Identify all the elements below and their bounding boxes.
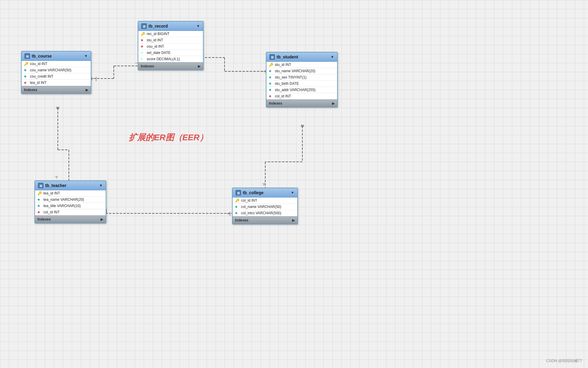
field-text-stu-birth: stu_birth DATE xyxy=(275,82,299,86)
table-tb-teacher[interactable]: ▦ tb_teacher ▼ 🔑 tea_id INT ◆ tea_name V… xyxy=(34,180,106,224)
fk-icon-col-id-tea: ◆ xyxy=(37,210,42,214)
table-field-cou-name: ◆ cou_name VARCHAR(50) xyxy=(22,67,91,73)
table-header-tb-student: ▦ tb_student ▼ xyxy=(266,52,337,62)
table-expand-tb-student[interactable]: ▼ xyxy=(331,55,334,59)
pk-icon-stu-id: 🔑 xyxy=(269,63,273,67)
fk-icon-stu-sex: ◆ xyxy=(269,75,273,79)
field-text-cou-name: cou_name VARCHAR(50) xyxy=(30,68,72,72)
svg-text:▿: ▿ xyxy=(55,174,58,180)
table-tb-record[interactable]: ▦ tb_record ▼ 🔑 rec_id BIGINT ◆ stu_id I… xyxy=(138,21,204,70)
fk-icon-tea-name: ◆ xyxy=(37,197,42,202)
indexes-expand-tb-college[interactable]: ▶ xyxy=(292,218,295,222)
table-header-tb-teacher: ▦ tb_teacher ▼ xyxy=(35,181,106,190)
pk-icon-tea-id: 🔑 xyxy=(37,191,42,195)
field-text-tea-name: tea_name VARCHAR(20) xyxy=(43,197,84,202)
table-icon-tb-college: ▦ xyxy=(236,190,241,195)
field-icon-score: ◇ xyxy=(141,57,145,61)
table-indexes-tb-record[interactable]: Indexes ▶ xyxy=(138,62,203,70)
table-expand-tb-college[interactable]: ▼ xyxy=(291,191,294,195)
fk-icon-cou-name: ◆ xyxy=(24,68,28,72)
indexes-expand-tb-teacher[interactable]: ▶ xyxy=(101,217,103,221)
fk-icon-tea-id: ◆ xyxy=(24,81,28,85)
table-field-cou-credit: ◆ cou_credit INT xyxy=(22,73,91,80)
table-header-tb-course: ▦ tb_course ▼ xyxy=(22,52,91,61)
table-icon-tb-student: ▦ xyxy=(269,54,275,60)
field-text-col-id-pk: col_id INT xyxy=(241,198,257,203)
svg-text:▿: ▿ xyxy=(263,182,265,187)
fk-icon-col-name: ◆ xyxy=(235,205,239,209)
fk-icon-col-intro: ◆ xyxy=(235,211,239,215)
table-field-cou-id-pk: 🔑 cou_id INT xyxy=(22,61,91,67)
indexes-label-tb-student: Indexes xyxy=(269,101,282,105)
table-tb-college[interactable]: ▦ tb_college ▼ 🔑 col_id INT ◆ col_name V… xyxy=(232,188,298,224)
fk-icon-stu-addr: ◆ xyxy=(269,88,273,92)
field-text-tea-id-pk: tea_id INT xyxy=(43,191,60,195)
table-name-tb-course: tb_course xyxy=(32,54,52,58)
field-text-col-name: col_name VARCHAR(50) xyxy=(241,205,281,209)
fk-icon-stu-id: ◆ xyxy=(141,38,145,42)
fk-icon-stu-name: ◆ xyxy=(269,69,273,73)
table-header-tb-college: ▦ tb_college ▼ xyxy=(233,188,297,197)
table-field-tea-name: ◆ tea_name VARCHAR(20) xyxy=(35,197,106,203)
fk-icon-col-id-stu: ◆ xyxy=(269,94,273,98)
diagram-label: 扩展的ER图（EER） xyxy=(129,132,208,143)
fk-icon-stu-birth: ◆ xyxy=(269,82,273,86)
indexes-expand-tb-student[interactable]: ▶ xyxy=(332,101,335,105)
table-field-tea-title: ◆ tea_title VARCHAR(10) xyxy=(35,203,106,209)
table-field-col-intro: ◆ col_intro VARCHAR(500) xyxy=(233,210,297,216)
table-field-col-id-tea: ◆ col_id INT xyxy=(35,209,106,215)
field-text-col-id-tea: col_id INT xyxy=(43,210,60,214)
field-text-stu-name: stu_name VARCHAR(20) xyxy=(275,69,315,73)
field-text-sel-date: sel_date DATE xyxy=(147,51,171,55)
table-field-tea-id-pk: 🔑 tea_id INT xyxy=(35,190,106,197)
indexes-label-tb-college: Indexes xyxy=(235,218,248,222)
fk-icon-cou-credit: ◆ xyxy=(24,74,28,79)
table-field-tea-id: ◆ tea_id INT xyxy=(22,80,91,86)
table-indexes-tb-college[interactable]: Indexes ▶ xyxy=(233,216,297,224)
table-name-tb-teacher: tb_teacher xyxy=(45,183,66,188)
indexes-label-tb-course: Indexes xyxy=(24,88,37,92)
pk-icon-rec-id: 🔑 xyxy=(141,32,145,36)
field-text-col-intro: col_intro VARCHAR(500) xyxy=(241,211,281,215)
indexes-label-tb-record: Indexes xyxy=(141,64,154,68)
field-text-stu-id: stu_id INT xyxy=(147,38,163,42)
diagram-container: ⊣ ⊢| ⊢ ⊣| ▿ ⊢| ⊣| ▿ xyxy=(0,0,588,368)
field-text-cou-credit: cou_credit INT xyxy=(30,74,53,79)
field-text-cou-id: cou_id INT xyxy=(147,44,164,49)
table-expand-tb-teacher[interactable]: ▼ xyxy=(99,183,103,188)
table-expand-tb-course[interactable]: ▼ xyxy=(84,54,88,58)
table-expand-tb-record[interactable]: ▼ xyxy=(196,24,200,28)
field-text-stu-id-pk: stu_id INT xyxy=(275,63,291,67)
pk-icon-cou-id: 🔑 xyxy=(24,62,28,66)
table-indexes-tb-course[interactable]: Indexes ▶ xyxy=(22,86,91,93)
svg-text:⊣|: ⊣| xyxy=(226,211,231,216)
table-field-score: ◇ score DECIMAL(4,1) xyxy=(138,56,203,62)
pk-icon-col-id: 🔑 xyxy=(235,198,239,203)
indexes-expand-tb-record[interactable]: ▶ xyxy=(198,64,201,68)
table-indexes-tb-student[interactable]: Indexes ▶ xyxy=(266,99,337,107)
field-text-tea-id: tea_id INT xyxy=(30,81,46,85)
table-field-stu-addr: ◆ stu_addr VARCHAR(255) xyxy=(266,87,337,93)
field-text-tea-title: tea_title VARCHAR(10) xyxy=(43,204,81,208)
table-name-tb-record: tb_record xyxy=(148,24,168,28)
table-field-col-id-stu: ◆ col_id INT xyxy=(266,93,337,99)
table-indexes-tb-teacher[interactable]: Indexes ▶ xyxy=(35,215,106,223)
field-icon-sel-date: ◇ xyxy=(141,51,145,55)
table-icon-tb-teacher: ▦ xyxy=(38,183,43,188)
watermark: CSDN @咕咕咕喊77 xyxy=(546,358,582,364)
table-tb-student[interactable]: ▦ tb_student ▼ 🔑 stu_id INT ◆ stu_name V… xyxy=(266,52,338,108)
table-field-stu-id-pk: 🔑 stu_id INT xyxy=(266,62,337,68)
field-text-rec-id: rec_id BIGINT xyxy=(147,32,169,36)
table-field-stu-id: ◆ stu_id INT xyxy=(138,37,203,43)
table-name-tb-college: tb_college xyxy=(243,190,263,195)
fk-icon-cou-id: ◆ xyxy=(141,44,145,49)
table-tb-course[interactable]: ▦ tb_course ▼ 🔑 cou_id INT ◆ cou_name VA… xyxy=(21,51,91,94)
table-field-stu-name: ◆ stu_name VARCHAR(20) xyxy=(266,68,337,74)
indexes-expand-tb-course[interactable]: ▶ xyxy=(86,88,88,92)
svg-text:⊢|: ⊢| xyxy=(91,76,97,81)
field-text-score: score DECIMAL(4,1) xyxy=(147,57,180,61)
field-text-stu-sex: stu_sex TINYINT(1) xyxy=(275,75,307,79)
table-field-col-name: ◆ col_name VARCHAR(50) xyxy=(233,204,297,210)
table-field-sel-date: ◇ sel_date DATE xyxy=(138,50,203,56)
table-icon-tb-record: ▦ xyxy=(141,23,147,29)
